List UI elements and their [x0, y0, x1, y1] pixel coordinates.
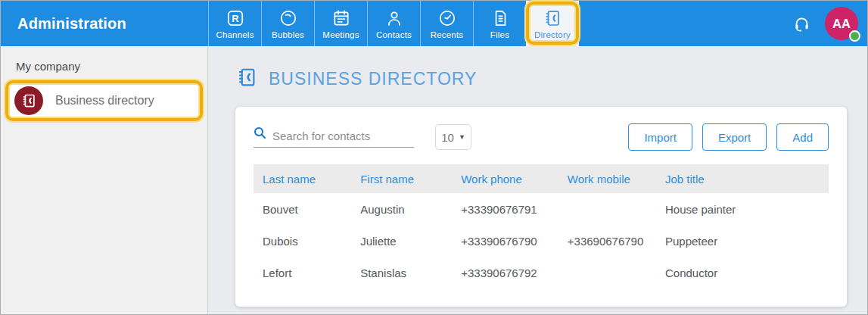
page-title: Administration	[1, 1, 208, 46]
application-window: Administration R Channels	[0, 0, 868, 315]
sidebar-section-label: My company	[1, 46, 207, 82]
recents-icon	[437, 8, 457, 28]
sidebar-item-label: Business directory	[55, 94, 154, 108]
cell-last-name: Bouvet	[254, 193, 351, 225]
page-heading: BUSINESS DIRECTORY	[235, 66, 867, 92]
tab-label: Meetings	[322, 30, 359, 39]
tab-channels[interactable]: R Channels	[208, 1, 261, 46]
cell-first-name: Juliette	[351, 225, 452, 257]
cell-last-name: Lefort	[254, 257, 351, 288]
body: My company Business directory	[1, 46, 867, 314]
column-header-work-phone[interactable]: Work phone	[452, 164, 558, 193]
support-headset-icon[interactable]	[792, 14, 811, 33]
cell-first-name: Stanislas	[351, 257, 452, 288]
avatar-initials: AA	[832, 17, 851, 31]
column-header-first-name[interactable]: First name	[351, 164, 452, 193]
cell-work-mobile	[558, 193, 656, 225]
svg-text:R: R	[232, 12, 239, 23]
chevron-down-icon: ▼	[459, 133, 465, 141]
cell-last-name: Dubois	[254, 225, 351, 257]
directory-card: 10 ▼ Import Export Add Last name Fir	[235, 107, 847, 307]
add-button[interactable]: Add	[776, 123, 829, 151]
cell-first-name: Augustin	[351, 193, 452, 225]
table-header-row: Last name First name Work phone Work mob…	[254, 164, 829, 193]
table-row[interactable]: Lefort Stanislas +33390676792 Conductor	[254, 257, 829, 288]
directory-icon	[543, 8, 562, 28]
cell-work-mobile	[558, 257, 656, 288]
meetings-icon	[331, 8, 351, 28]
import-button[interactable]: Import	[628, 123, 692, 151]
tab-label: Recents	[431, 30, 464, 39]
tab-files[interactable]: Files	[473, 1, 526, 46]
directory-icon	[235, 66, 258, 92]
cell-work-phone: +33390676790	[452, 225, 558, 257]
cell-job-title: Puppeteer	[656, 225, 829, 257]
page-size-select[interactable]: 10 ▼	[435, 124, 471, 150]
tab-contacts[interactable]: Contacts	[367, 1, 420, 46]
table-row[interactable]: Bouvet Augustin +33390676791 House paint…	[254, 193, 829, 225]
contacts-icon	[384, 8, 404, 28]
search-icon	[254, 126, 266, 142]
bubbles-icon	[278, 8, 298, 28]
table-row[interactable]: Dubois Juliette +33390676790 +3369067679…	[254, 225, 829, 257]
column-header-last-name[interactable]: Last name	[254, 164, 351, 193]
sidebar: My company Business directory	[1, 46, 208, 314]
tab-label: Contacts	[376, 30, 412, 39]
contacts-table: Last name First name Work phone Work mob…	[254, 164, 829, 288]
search-box	[254, 126, 414, 148]
presence-status-dot	[849, 30, 860, 42]
avatar[interactable]: AA	[825, 7, 858, 40]
tab-label: Channels	[216, 30, 254, 39]
search-input[interactable]	[272, 129, 414, 142]
files-icon	[490, 8, 510, 28]
channels-icon: R	[226, 8, 245, 28]
action-buttons: Import Export Add	[628, 123, 829, 151]
tab-label: Files	[490, 30, 509, 39]
cell-work-phone: +33390676791	[452, 193, 558, 225]
export-button[interactable]: Export	[702, 123, 767, 151]
section-title: BUSINESS DIRECTORY	[269, 69, 477, 89]
tab-bubbles[interactable]: Bubbles	[261, 1, 314, 46]
business-directory-icon	[14, 86, 43, 115]
tab-directory[interactable]: Directory	[526, 1, 579, 46]
cell-work-phone: +33390676792	[452, 257, 558, 288]
header-right: AA	[792, 1, 867, 46]
main-content: BUSINESS DIRECTORY 10	[208, 46, 867, 314]
column-header-work-mobile[interactable]: Work mobile	[558, 164, 656, 193]
top-header: Administration R Channels	[1, 1, 867, 46]
cell-job-title: Conductor	[656, 257, 829, 288]
column-header-job-title[interactable]: Job title	[656, 164, 829, 193]
toolbar: 10 ▼ Import Export Add	[254, 123, 829, 151]
tab-label: Bubbles	[272, 30, 304, 39]
cell-job-title: House painter	[656, 193, 829, 225]
page-size-value: 10	[441, 131, 454, 144]
sidebar-item-business-directory[interactable]: Business directory	[5, 82, 203, 120]
cell-work-mobile: +33690676790	[558, 225, 656, 257]
tab-recents[interactable]: Recents	[420, 1, 473, 46]
tab-label: Directory	[534, 30, 571, 39]
main-nav: R Channels Bubbles	[208, 1, 579, 46]
tab-meetings[interactable]: Meetings	[314, 1, 367, 46]
